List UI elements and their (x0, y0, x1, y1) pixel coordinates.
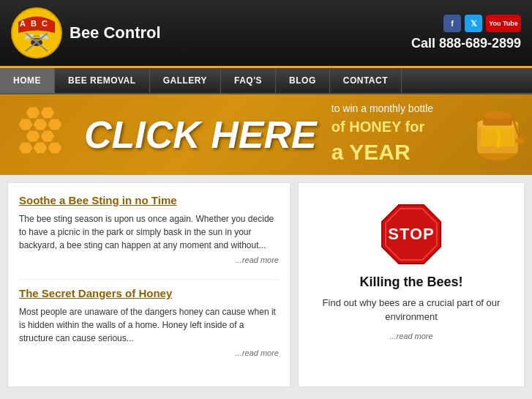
svg-marker-19 (18, 142, 33, 154)
svg-point-26 (483, 111, 512, 119)
stop-read-more[interactable]: ...read more (389, 332, 432, 340)
article-divider (19, 279, 279, 280)
svg-marker-18 (40, 130, 55, 142)
footer (0, 395, 532, 399)
nav-gallery[interactable]: GALLERY (150, 68, 221, 93)
stop-sign-title: Killing the Bees! (359, 275, 462, 290)
honeycomb-icon (15, 105, 73, 163)
article-1-read-more[interactable]: ...read more (19, 256, 279, 264)
main-nav: HOME BEE REMOVAL GALLERY FAQ'S BLOG CONT… (0, 68, 532, 94)
svg-point-28 (515, 138, 524, 143)
banner-honey: of HONEY for (331, 116, 433, 137)
facebook-icon[interactable]: f (443, 15, 461, 32)
svg-marker-15 (33, 119, 48, 130)
svg-marker-13 (40, 107, 55, 119)
svg-marker-16 (48, 119, 62, 130)
banner-click-here-text: CLICK HERE (84, 113, 317, 157)
nav-blog[interactable]: BLOG (276, 68, 330, 93)
logo-badge: A B C (11, 7, 62, 59)
banner-to-win: to win a monthly bottle (331, 102, 433, 116)
svg-text:B: B (31, 19, 37, 28)
article-2-read-more[interactable]: ...read more (19, 348, 279, 357)
svg-marker-21 (48, 142, 62, 154)
logo-text: Bee Control (70, 23, 161, 42)
banner-year: a YEAR (331, 137, 433, 168)
article-2-title[interactable]: The Secret Dangers of Honey (19, 287, 279, 299)
header: A B C Bee Control f 𝕏 You Tube (0, 0, 532, 68)
article-2-text: Most people are unaware of the dangers h… (19, 305, 279, 345)
svg-rect-29 (481, 127, 514, 146)
svg-marker-20 (33, 142, 48, 154)
nav-contact[interactable]: CONTACT (330, 68, 402, 93)
social-icons: f 𝕏 You Tube (411, 15, 521, 32)
svg-text:A: A (20, 19, 26, 28)
header-right: f 𝕏 You Tube Call 888-689-2899 (411, 15, 521, 51)
svg-marker-12 (26, 107, 40, 119)
phone-number: Call 888-689-2899 (411, 36, 521, 51)
svg-text:C: C (42, 19, 48, 28)
article-1-title[interactable]: Soothe a Bee Sting in no Time (19, 194, 279, 206)
main-content: Soothe a Bee Sting in no Time The bee st… (0, 175, 532, 395)
banner[interactable]: CLICK HERE to win a monthly bottle of HO… (0, 94, 532, 175)
banner-win-text: to win a monthly bottle of HONEY for a Y… (331, 102, 433, 168)
youtube-icon[interactable]: You Tube (486, 15, 521, 32)
svg-point-0 (12, 8, 61, 58)
stop-sign-subtitle: Find out why bees are a crucial part of … (310, 296, 513, 324)
svg-marker-14 (18, 119, 33, 130)
articles-panel: Soothe a Bee Sting in no Time The bee st… (7, 182, 291, 387)
svg-text:STOP: STOP (388, 225, 435, 243)
svg-marker-17 (26, 130, 40, 142)
stop-sign-icon: STOP (378, 201, 444, 267)
nav-faqs[interactable]: FAQ'S (221, 68, 276, 93)
nav-home[interactable]: HOME (0, 68, 55, 93)
sidebar-panel: STOP Killing the Bees! Find out why bees… (298, 182, 525, 387)
logo-area: A B C Bee Control (11, 7, 161, 59)
twitter-icon[interactable]: 𝕏 (465, 15, 482, 32)
honey-jar-icon (470, 102, 525, 167)
article-1-text: The bee sting season is upon us once aga… (19, 212, 279, 252)
nav-bee-removal[interactable]: BEE REMOVAL (55, 68, 150, 93)
